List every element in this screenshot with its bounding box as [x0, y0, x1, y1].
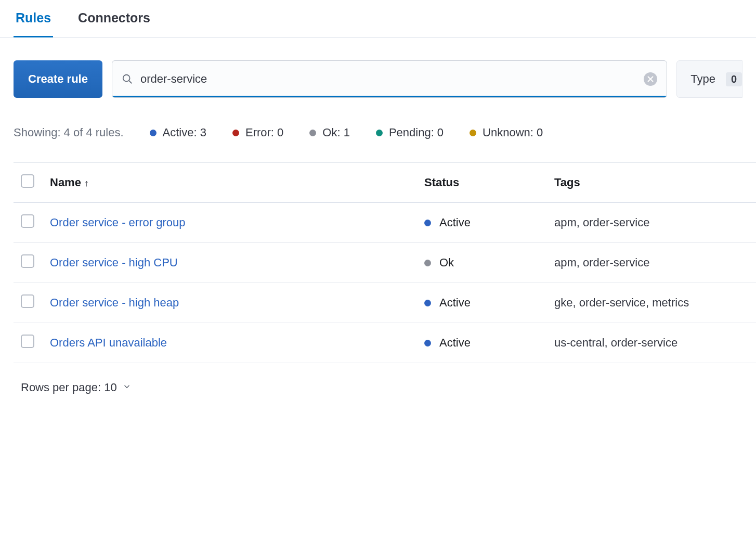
tab-connectors[interactable]: Connectors — [76, 0, 152, 37]
stat-error: Error: 0 — [232, 126, 283, 139]
stat-pending: Pending: 0 — [376, 126, 444, 139]
toolbar: Create rule Type 0 — [0, 37, 756, 98]
status-cell: Active — [424, 216, 540, 229]
dot-ok-icon — [309, 130, 316, 136]
tabs: Rules Connectors — [0, 0, 756, 37]
status-dot-icon — [424, 220, 431, 226]
select-all-checkbox[interactable] — [21, 174, 34, 188]
row-checkbox[interactable] — [21, 294, 34, 308]
create-rule-button[interactable]: Create rule — [14, 60, 102, 98]
table-row: Order service - high CPUOkapm, order-ser… — [14, 243, 756, 283]
row-checkbox[interactable] — [21, 214, 34, 228]
search-input[interactable] — [140, 72, 644, 86]
rule-name-link[interactable]: Order service - error group — [50, 216, 185, 229]
search-icon — [122, 73, 133, 85]
stat-active: Active: 3 — [150, 126, 206, 139]
showing-count: Showing: 4 of 4 rules. — [14, 126, 124, 139]
svg-point-0 — [123, 75, 130, 82]
tags-cell: us-central, order-service — [547, 323, 756, 363]
status-text: Ok — [439, 256, 454, 270]
rules-table: Name↑ Status Tags Order service - error … — [14, 162, 756, 363]
rows-per-page[interactable]: Rows per page: 10 — [0, 363, 756, 412]
dot-pending-icon — [376, 130, 383, 136]
status-cell: Ok — [424, 256, 540, 270]
header-status[interactable]: Status — [417, 163, 547, 203]
status-text: Active — [439, 336, 471, 350]
type-filter-count: 0 — [726, 72, 742, 86]
rows-per-page-label: Rows per page: 10 — [21, 381, 117, 394]
dot-unknown-icon — [470, 130, 476, 136]
table-row: Order service - error groupActiveapm, or… — [14, 203, 756, 243]
rule-name-link[interactable]: Order service - high CPU — [50, 256, 178, 269]
rule-name-link[interactable]: Orders API unavailable — [50, 336, 167, 349]
status-cell: Active — [424, 296, 540, 310]
stat-ok: Ok: 1 — [309, 126, 350, 139]
table-row: Orders API unavailableActiveus-central, … — [14, 323, 756, 363]
status-text: Active — [439, 216, 471, 229]
status-cell: Active — [424, 336, 540, 350]
row-checkbox[interactable] — [21, 254, 34, 268]
dot-error-icon — [232, 130, 239, 136]
table-row: Order service - high heapActivegke, orde… — [14, 283, 756, 323]
stat-unknown: Unknown: 0 — [470, 126, 543, 139]
dot-active-icon — [150, 130, 157, 136]
row-checkbox[interactable] — [21, 335, 34, 348]
status-text: Active — [439, 296, 471, 310]
header-name[interactable]: Name↑ — [43, 163, 417, 203]
svg-line-1 — [129, 81, 132, 84]
summary-row: Showing: 4 of 4 rules. Active: 3 Error: … — [0, 98, 756, 139]
tags-cell: apm, order-service — [547, 243, 756, 283]
rule-name-link[interactable]: Order service - high heap — [50, 296, 179, 309]
clear-search-icon[interactable] — [644, 72, 657, 86]
type-filter-label: Type — [690, 72, 715, 86]
sort-asc-icon: ↑ — [84, 178, 89, 188]
status-dot-icon — [424, 300, 431, 306]
tags-cell: apm, order-service — [547, 203, 756, 243]
search-field[interactable] — [112, 60, 667, 98]
type-filter[interactable]: Type 0 — [676, 60, 742, 98]
chevron-down-icon — [122, 381, 132, 394]
header-tags[interactable]: Tags — [547, 163, 756, 203]
tab-rules[interactable]: Rules — [14, 0, 53, 37]
status-dot-icon — [424, 340, 431, 346]
tags-cell: gke, order-service, metrics — [547, 283, 756, 323]
status-dot-icon — [424, 260, 431, 266]
